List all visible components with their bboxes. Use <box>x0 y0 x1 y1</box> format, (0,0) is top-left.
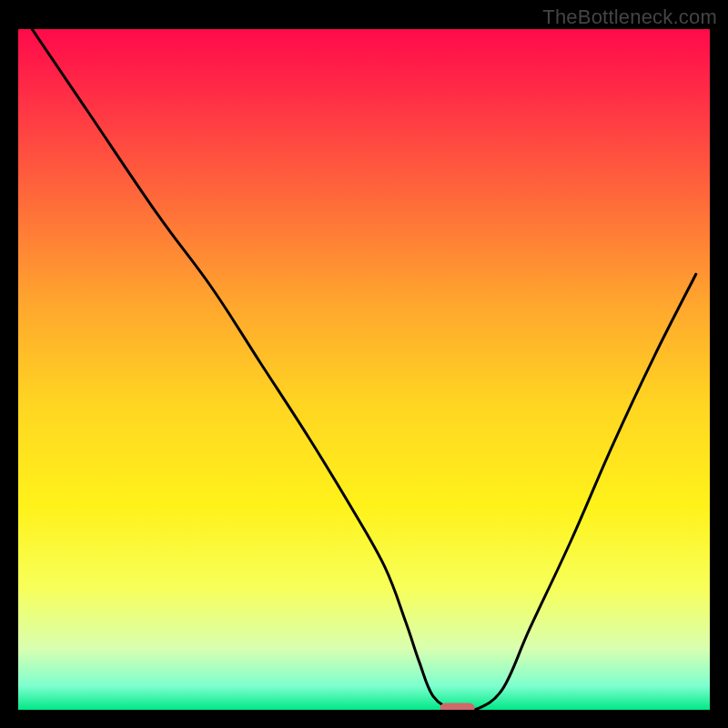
chart-canvas: TheBottleneck.com <box>0 0 728 728</box>
watermark-text: TheBottleneck.com <box>542 5 717 29</box>
chart-svg <box>18 29 710 710</box>
optimal-marker <box>440 703 475 710</box>
background-gradient <box>18 29 710 710</box>
plot-area <box>18 29 710 710</box>
